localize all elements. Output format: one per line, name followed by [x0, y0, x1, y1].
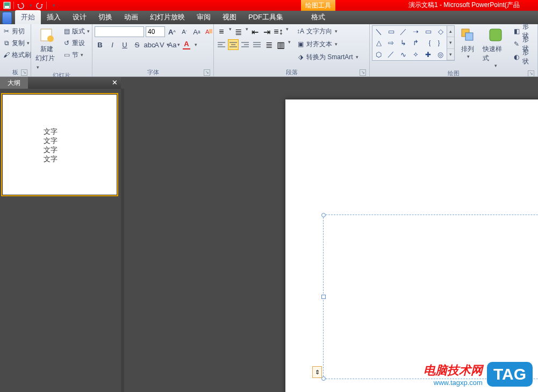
outline-pane[interactable]: 文字 文字 文字 文字 [0, 89, 121, 392]
shape-diamond-icon[interactable]: ◇ [434, 26, 447, 37]
charspace-button[interactable]: AV▾ [156, 39, 167, 50]
font-name-input[interactable] [95, 26, 144, 37]
dialog-launcher-icon[interactable]: ↘ [528, 70, 534, 77]
shape-rect2-icon[interactable]: ▭ [422, 26, 434, 37]
dialog-launcher-icon[interactable]: ↘ [360, 69, 366, 76]
panel-tab-outline[interactable]: 大纲 [0, 77, 28, 89]
font-size-input[interactable] [146, 26, 165, 37]
align-left-button[interactable] [216, 39, 227, 50]
layout-button[interactable]: ▤版式▾ [62, 25, 90, 37]
layout-icon: ▤ [62, 27, 71, 35]
clear-format-button[interactable]: A [204, 26, 214, 37]
tab-slideshow[interactable]: 幻灯片放映 [144, 10, 191, 24]
scroll-up-icon[interactable]: ▴ [447, 26, 454, 37]
text-direction-icon: ↕A [296, 27, 305, 35]
slide[interactable]: ⇕ [285, 99, 538, 392]
align-text-button[interactable]: ▣对齐文本▾ [296, 38, 358, 50]
align-right-button[interactable] [240, 39, 250, 50]
section-button[interactable]: ▭节▾ [62, 49, 90, 61]
indent-button[interactable]: ⇥ [261, 26, 272, 37]
arrange-button[interactable]: 排列▾ [457, 25, 478, 60]
save-icon[interactable] [2, 1, 12, 10]
cut-button[interactable]: ✂剪切 [2, 25, 31, 37]
resize-handle-w[interactable] [321, 295, 326, 299]
shape-line-icon[interactable]: ＼ [372, 26, 385, 37]
slide-canvas[interactable]: ⇕ [124, 89, 538, 392]
tab-format[interactable]: 格式 [305, 10, 331, 24]
gallery-more-icon[interactable]: ▾ [447, 49, 454, 60]
shape-conn2-icon[interactable]: ↱ [410, 37, 422, 48]
shape-tri-icon[interactable]: △ [372, 37, 385, 48]
shape-brace2-icon[interactable]: ｝ [434, 37, 447, 48]
bullets-button[interactable]: ≡ [216, 26, 227, 37]
align-justify-button[interactable] [252, 39, 262, 50]
group-drawing: ＼ ▭ ／ ➝ ▭ ◇ △ ⇨ ↳ ↱ ｛ ｝ ⬡ ／ ∿ ✧ ✚ [370, 24, 538, 76]
resize-handle-sw[interactable] [321, 376, 326, 381]
tab-view[interactable]: 视图 [217, 10, 242, 24]
grow-font-button[interactable]: A^ [167, 26, 177, 37]
shape-brace-icon[interactable]: ｛ [422, 37, 434, 48]
line-spacing-button[interactable]: ≡↕ [273, 26, 284, 37]
numbering-button[interactable]: ≣ [233, 26, 243, 37]
shadow-button[interactable]: abc [144, 39, 155, 50]
copy-button[interactable]: ⧉复制▾ [2, 37, 31, 49]
quickstyle-button[interactable]: 快速样式▾ [480, 25, 510, 69]
text-effect-button[interactable]: Aa▾ [169, 39, 180, 50]
shape-rect-icon[interactable]: ▭ [385, 26, 397, 37]
text-direction-button[interactable]: ↕A文字方向▾ [296, 25, 358, 37]
reset-button[interactable]: ↺重设 [62, 37, 90, 49]
shape-effects-button[interactable]: ◐形状 [512, 51, 535, 63]
textbox-selected[interactable] [323, 215, 538, 379]
tab-insert[interactable]: 插入 [41, 10, 67, 24]
file-button[interactable] [2, 12, 12, 24]
slide-thumbnail[interactable]: 文字 文字 文字 文字 [2, 94, 117, 195]
group-label-drawing: 绘图↘ [372, 69, 535, 77]
shape-arrowr-icon[interactable]: ⇨ [385, 37, 397, 48]
format-painter-button[interactable]: 🖌格式刷 [2, 49, 31, 61]
columns-button[interactable]: ▥ [275, 39, 286, 50]
font-color-dropdown-icon[interactable]: ▾ [193, 42, 197, 47]
redo-icon[interactable] [35, 1, 45, 10]
shape-line3-icon[interactable]: ／ [385, 49, 397, 60]
tab-transition[interactable]: 切换 [92, 10, 118, 24]
align-text-icon: ▣ [296, 40, 305, 48]
close-panel-button[interactable]: ✕ [112, 79, 118, 87]
dialog-launcher-icon[interactable]: ↘ [21, 69, 27, 76]
underline-button[interactable]: U [119, 39, 130, 50]
smartart-button[interactable]: ⬗转换为 SmartArt▾ [296, 51, 358, 63]
tab-review[interactable]: 审阅 [191, 10, 217, 24]
undo-icon[interactable] [16, 1, 25, 10]
font-color-button[interactable]: A [181, 39, 192, 50]
shape-conn-icon[interactable]: ↳ [397, 37, 410, 48]
thumb-line: 文字 [44, 136, 111, 145]
qat-customize-icon[interactable]: ▾ [48, 1, 58, 10]
tab-animation[interactable]: 动画 [118, 10, 144, 24]
italic-button[interactable]: I [107, 39, 118, 50]
gallery-scroll[interactable]: ▴▾▾ [447, 25, 455, 61]
shape-gallery[interactable]: ＼ ▭ ／ ➝ ▭ ◇ △ ⇨ ↳ ↱ ｛ ｝ ⬡ ／ ∿ ✧ ✚ [372, 25, 447, 61]
shape-curve-icon[interactable]: ∿ [397, 49, 410, 60]
tab-design[interactable]: 设计 [67, 10, 92, 24]
undo-dropdown-icon[interactable]: ▾ [25, 1, 35, 10]
svg-point-3 [47, 35, 54, 42]
bold-button[interactable]: B [95, 39, 105, 50]
align-center-button[interactable] [228, 39, 239, 50]
new-slide-button[interactable]: 新建 幻灯片▾ [33, 25, 60, 72]
shape-hex-icon[interactable]: ⬡ [372, 49, 385, 60]
outdent-button[interactable]: ⇤ [249, 26, 260, 37]
strike-button[interactable]: S [132, 39, 142, 50]
dialog-launcher-icon[interactable]: ↘ [204, 69, 210, 76]
shape-callout-icon[interactable]: ◎ [434, 49, 447, 60]
resize-handle-nw[interactable] [321, 213, 326, 217]
change-case-button[interactable]: Aa [191, 26, 202, 37]
shrink-font-button[interactable]: Aˇ [179, 26, 190, 37]
shape-arrow-icon[interactable]: ➝ [410, 26, 422, 37]
distribute-button[interactable]: ≣ [263, 39, 274, 50]
tab-home[interactable]: 开始 [15, 10, 41, 24]
group-clipboard: ✂剪切 ⧉复制▾ 🖌格式刷 板↘ [0, 24, 31, 76]
shape-plus-icon[interactable]: ✚ [422, 49, 434, 60]
shape-star-icon[interactable]: ✧ [410, 49, 422, 60]
scroll-down-icon[interactable]: ▾ [447, 37, 454, 48]
shape-line2-icon[interactable]: ／ [397, 26, 410, 37]
tab-pdf[interactable]: PDF工具集 [242, 10, 289, 24]
